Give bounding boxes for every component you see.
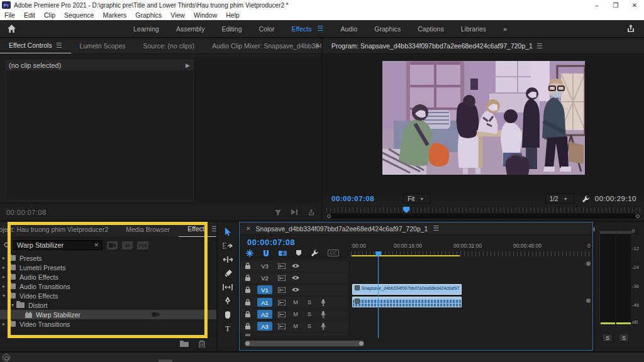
menu-window[interactable]: Window [194, 11, 217, 19]
linked-selection-icon[interactable] [279, 250, 287, 257]
tab-audio-clip-mixer[interactable]: Audio Clip Mixer: Snapsave_d4bb334f097bb… [203, 38, 321, 54]
source-patch-icon[interactable] [275, 275, 289, 281]
effects-search-input[interactable]: Warp Stabilizer ✕ [13, 240, 103, 250]
toggle-track-output-eye-icon[interactable] [289, 287, 303, 292]
add-marker-icon[interactable] [296, 250, 302, 256]
expand-arrow-icon[interactable]: ▶ [186, 62, 190, 69]
source-patch-icon[interactable] [275, 312, 289, 317]
snap-icon[interactable] [262, 250, 270, 257]
export-icon[interactable] [308, 209, 315, 216]
panel-menu-icon[interactable]: ☰ [56, 41, 62, 50]
playback-resolution-dropdown[interactable]: 1/2▼ [545, 194, 574, 204]
hand-tool-icon[interactable] [221, 310, 235, 319]
workspace-tab-learning[interactable]: Learning [133, 25, 159, 33]
audio-meter-bars[interactable] [599, 231, 632, 326]
tab-effect-controls[interactable]: Effect Controls ☰ [0, 38, 71, 54]
timeline-timecode[interactable]: 00:00:07:08 [247, 238, 295, 247]
menu-markers[interactable]: Markers [103, 11, 126, 19]
workspace-tab-assembly[interactable]: Assembly [176, 25, 205, 33]
audio-clip[interactable] [352, 297, 462, 307]
timeline-horizontal-scrollbar[interactable] [245, 341, 364, 346]
creative-cloud-sync-icon[interactable] [3, 354, 10, 361]
lock-icon[interactable] [241, 275, 255, 281]
panel-menu-icon[interactable]: ☰ [536, 42, 543, 50]
sequence-tab-label[interactable]: Snapsave_d4bb334f097bbd7a2ee68ed424c6af9… [256, 225, 428, 233]
workspace-tab-color[interactable]: Color [259, 25, 275, 33]
solo-left-button[interactable]: S [602, 334, 613, 342]
scrubber-left-handle[interactable] [327, 214, 331, 218]
tree-item-warp-stabilizer[interactable]: Warp Stabilizer [0, 310, 216, 319]
program-timecode[interactable]: 00:00:07:08 [331, 195, 374, 202]
ripple-edit-tool-icon[interactable] [221, 255, 235, 264]
close-sequence-icon[interactable]: ✕ [246, 226, 251, 232]
timeline-settings-wrench-icon[interactable] [311, 249, 319, 257]
home-icon[interactable] [6, 23, 17, 34]
menu-clip[interactable]: Clip [44, 11, 55, 19]
menu-help[interactable]: Help [226, 11, 240, 19]
source-patch-icon[interactable] [275, 287, 289, 293]
track-target-a1[interactable]: A1 [257, 298, 272, 307]
track-select-forward-tool-icon[interactable] [221, 241, 235, 250]
workspace-tab-captions[interactable]: Captions [418, 25, 443, 33]
workspace-tab-libraries[interactable]: Libraries [461, 25, 486, 33]
track-height-handle[interactable] [586, 261, 591, 266]
source-patch-icon[interactable] [275, 324, 289, 329]
tree-item-audio-effects[interactable]: ▸Audio Effects [0, 272, 216, 282]
mute-button[interactable]: M [289, 323, 303, 329]
source-patch-icon[interactable] [275, 300, 289, 305]
pen-tool-icon[interactable] [221, 296, 235, 305]
timeline-playhead-line[interactable] [378, 255, 379, 338]
menu-sequence[interactable]: Sequence [64, 11, 94, 19]
track-target-v1[interactable]: V1 [257, 285, 272, 294]
tab-lumetri-scopes[interactable]: Lumetri Scopes [71, 38, 135, 54]
delete-trash-icon[interactable] [199, 340, 205, 348]
workspace-tab-effects[interactable]: Effects [292, 25, 312, 33]
slip-tool-icon[interactable] [221, 282, 235, 292]
tree-item-video-transitions[interactable]: ▸Video Transitions [0, 319, 216, 329]
tab-media-browser[interactable]: Media Browser [117, 222, 179, 238]
tree-item-audio-transitions[interactable]: ▸Audio Transitions [0, 282, 216, 291]
workspace-overflow-icon[interactable]: » [503, 25, 506, 33]
type-tool-icon[interactable]: T [221, 324, 235, 333]
solo-right-button[interactable]: S [619, 334, 629, 342]
new-bin-icon[interactable] [180, 340, 189, 347]
video-clip[interactable]: Snapsave_d4bb334f097bbd7a2ee68ed424c6af9… [352, 284, 462, 295]
lock-icon[interactable] [241, 287, 255, 293]
timeline-ruler[interactable]: :00:00 00:00:16:00 00:00:32:00 00:00:48:… [350, 236, 593, 258]
work-area-bar[interactable] [352, 255, 460, 256]
close-button[interactable]: ✕ [625, 0, 644, 10]
workspace-menu-icon[interactable]: ☰ [318, 25, 324, 33]
voiceover-mic-icon[interactable] [316, 311, 330, 318]
workspace-tab-audio[interactable]: Audio [340, 25, 357, 33]
restore-button[interactable]: ❐ [606, 0, 625, 10]
menu-graphics[interactable]: Graphics [135, 11, 162, 19]
panel-tab-overflow-icon[interactable]: » [315, 41, 318, 49]
razor-tool-icon[interactable] [221, 268, 235, 278]
captions-icon[interactable]: CC [328, 250, 339, 256]
tree-item-distort[interactable]: ▾Distort [0, 300, 216, 310]
filter-properties-icon[interactable] [274, 209, 282, 216]
menu-view[interactable]: View [170, 11, 185, 19]
toggle-track-output-eye-icon[interactable] [289, 263, 303, 268]
program-scrubber-track[interactable] [326, 214, 640, 219]
source-patch-icon[interactable] [275, 263, 289, 269]
track-target-v3[interactable]: V3 [257, 261, 272, 270]
track-target-a2[interactable]: A2 [257, 310, 272, 319]
play-in-to-out-icon[interactable] [291, 209, 299, 216]
tab-project[interactable]: Project: Hau truong phim Vietproducer2 [0, 222, 117, 238]
solo-button[interactable]: S [303, 311, 316, 317]
32bit-filter-icon[interactable]: 32 [122, 241, 133, 250]
voiceover-mic-icon[interactable] [316, 323, 330, 330]
tree-item-video-effects[interactable]: ▾Video Effects [0, 291, 216, 300]
mute-button[interactable]: M [289, 299, 303, 305]
track-target-a3[interactable]: A3 [257, 322, 272, 331]
lock-icon[interactable] [241, 299, 255, 305]
panel-menu-icon[interactable]: ☰ [211, 225, 216, 233]
track-height-handle[interactable] [586, 299, 591, 303]
menu-file[interactable]: File [4, 11, 15, 19]
tab-effects[interactable]: Effects ☰ [179, 222, 216, 238]
zoom-level-dropdown[interactable]: Fit▼ [403, 194, 431, 204]
minimize-button[interactable]: – [587, 0, 606, 10]
tab-source-monitor[interactable]: Source: (no clips) [135, 38, 204, 54]
tab-program[interactable]: Program: Snapsave_d4bb334f097bbd7a2ee68e… [323, 38, 552, 54]
